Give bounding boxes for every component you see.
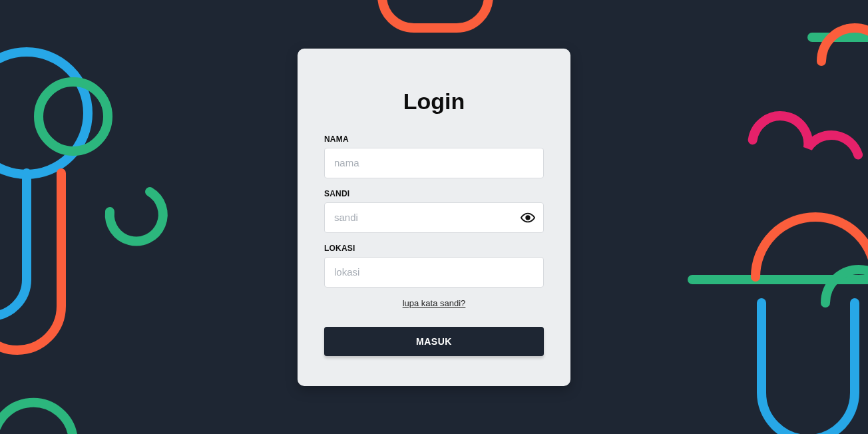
sandi-input[interactable] — [324, 202, 544, 233]
toggle-password-visibility[interactable] — [516, 206, 540, 230]
field-lokasi: LOKASI — [324, 244, 544, 288]
nama-input[interactable] — [324, 148, 544, 178]
svg-point-3 — [526, 216, 530, 220]
field-nama: NAMA — [324, 134, 544, 178]
nama-input-wrap — [324, 148, 544, 178]
field-sandi: SANDI — [324, 189, 544, 233]
forgot-password-link[interactable]: lupa kata sandi? — [324, 298, 544, 308]
svg-point-2 — [39, 82, 108, 151]
login-card: Login NAMA SANDI LOKASI lupa kata sandi?… — [298, 49, 570, 386]
lokasi-input[interactable] — [324, 257, 544, 288]
lokasi-input-wrap — [324, 257, 544, 288]
nama-label: NAMA — [324, 134, 544, 144]
eye-icon — [521, 210, 535, 225]
svg-point-1 — [0, 52, 88, 174]
sandi-input-wrap — [324, 202, 544, 233]
page-title: Login — [324, 89, 544, 114]
lokasi-label: LOKASI — [324, 244, 544, 253]
svg-rect-0 — [382, 0, 489, 28]
submit-button[interactable]: MASUK — [324, 327, 544, 356]
sandi-label: SANDI — [324, 189, 544, 198]
